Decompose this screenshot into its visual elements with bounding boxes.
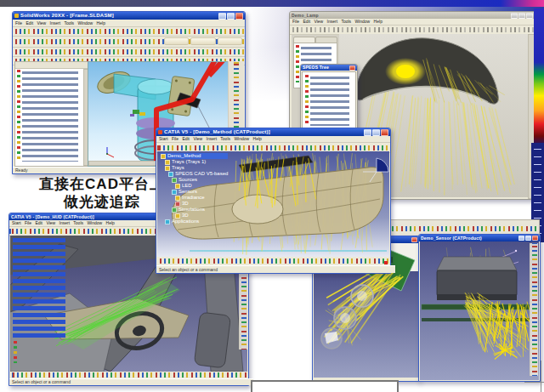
palette-title: SPEOS Tree — [303, 65, 348, 71]
speos-menu-bar[interactable]: File Edit View Insert Tools Window Help — [290, 19, 535, 26]
interior-selected-tree[interactable] — [13, 238, 65, 340]
slide: Demo_Lamp File Edit View Insert Tools Wi… — [0, 0, 544, 392]
palette-title-bar[interactable]: SPEOS Tree — [301, 65, 357, 71]
command-tab[interactable] — [218, 37, 242, 45]
interior-tree-icons — [14, 341, 17, 363]
solidworks-feature-tree[interactable] — [14, 61, 89, 167]
palette-close-button[interactable] — [349, 65, 355, 71]
duct-elbow-top — [138, 79, 173, 94]
interior-status-bar: Select an object or a command — [9, 378, 253, 385]
tree-item[interactable]: Sensors — [172, 189, 228, 195]
tree-item[interactable]: Applications — [165, 219, 228, 224]
catia-spec-tree[interactable]: Demo_Method Trays (Trays 1) Trays SPEOS … — [161, 153, 228, 224]
solidworks-view-toolbar[interactable] — [13, 48, 245, 57]
tree-item[interactable]: Trays (Trays 1) — [165, 159, 228, 165]
catia-title: CATIA V5 - [Demo_Method (CATProduct)] — [164, 128, 362, 136]
sensor-viewport[interactable] — [420, 241, 539, 380]
minimize-button[interactable] — [218, 13, 226, 20]
palette-icon-column — [305, 75, 309, 126]
speos-window-buttons — [511, 13, 533, 19]
seat — [194, 312, 230, 368]
sensor-window-buttons — [518, 236, 538, 241]
tree-row-labels — [22, 70, 78, 162]
tree-item[interactable]: Demo_Method — [161, 153, 228, 159]
close-button[interactable] — [411, 237, 417, 242]
maximize-button[interactable] — [227, 13, 235, 20]
tree-item[interactable]: Simulations — [172, 207, 228, 213]
housing-top — [437, 257, 517, 270]
catia-title-bar[interactable]: CATIA V5 - [Demo_Method (CATProduct)] — [156, 128, 390, 136]
maximize-button[interactable] — [372, 129, 380, 136]
sensor-title-bar[interactable]: Demo_Sensor (CATProduct) — [419, 235, 540, 241]
corner-mark-vertical — [541, 361, 541, 392]
solidworks-window-buttons — [218, 13, 243, 20]
catia-menu-bar[interactable]: Start File Edit View Insert Tools Window… — [156, 136, 390, 143]
speos-title: Demo_Lamp — [292, 12, 509, 19]
command-manager-buttons[interactable] — [164, 37, 242, 45]
housing-base — [437, 294, 517, 300]
tree-item[interactable]: Trays — [165, 165, 228, 171]
false-color-scale — [534, 9, 544, 143]
window-speos-palette[interactable]: SPEOS Tree — [300, 64, 358, 133]
palette-tree-panel[interactable] — [302, 71, 356, 131]
close-button[interactable] — [381, 129, 388, 136]
tree-item[interactable]: 3D — [175, 201, 228, 207]
tree-icon-column — [296, 45, 299, 82]
close-button[interactable] — [235, 13, 243, 20]
catia-axis-glyph — [384, 261, 388, 264]
tree-icon-column — [17, 70, 20, 162]
palette-row-labels — [310, 75, 349, 126]
close-button[interactable] — [532, 236, 538, 241]
sensor-title: Demo_Sensor (CATProduct) — [421, 235, 517, 241]
solidworks-title-bar[interactable]: SolidWorks 20XX - [Frame.SLDASM] — [13, 12, 245, 20]
corner-mark-horizontal — [524, 382, 544, 383]
tree-tab-header[interactable] — [15, 62, 88, 69]
window-catia-main[interactable]: CATIA V5 - [Demo_Method (CATProduct)] St… — [156, 128, 391, 274]
dome-hotspot-core — [396, 65, 415, 78]
command-tab[interactable] — [164, 37, 189, 45]
solidworks-menu-bar[interactable]: File Edit View Insert Tools Window Help — [13, 20, 245, 27]
tree-item[interactable]: Irradiance — [175, 195, 228, 201]
catia-app-icon — [158, 130, 162, 134]
minimize-button[interactable] — [511, 13, 518, 19]
housing-front — [437, 270, 517, 296]
minimize-button[interactable] — [364, 129, 371, 136]
speos-title-bar[interactable]: Demo_Lamp — [290, 12, 535, 19]
window-sensor[interactable]: Demo_Sensor (CATProduct) — [418, 234, 541, 382]
close-button[interactable] — [526, 13, 533, 19]
catia-status-bar: Select an object or a command — [156, 265, 395, 273]
tree-item[interactable]: 3D — [175, 213, 228, 219]
sensor-right-toolbar[interactable] — [530, 243, 538, 376]
solidworks-title: SolidWorks 20XX - [Frame.SLDASM] — [20, 12, 217, 20]
command-tab[interactable] — [190, 37, 215, 45]
solidworks-app-icon — [14, 14, 19, 18]
catia-viewport[interactable]: Demo_Method Trays (Trays 1) Trays SPEOS … — [157, 151, 389, 258]
tree-item[interactable]: Sources — [172, 177, 228, 183]
catia-window-buttons — [364, 129, 388, 136]
tree-item[interactable]: LED — [175, 183, 228, 189]
maximize-button[interactable] — [525, 236, 531, 241]
origin-triad — [106, 147, 114, 157]
tree-item[interactable]: SPEOS CAD V5-based — [168, 171, 228, 177]
slide-top-bar — [0, 0, 544, 7]
maximize-button[interactable] — [518, 13, 525, 19]
solidworks-feature-toolbar[interactable] — [13, 37, 245, 48]
minimize-button[interactable] — [518, 236, 524, 241]
sensor-viewport-art — [420, 241, 530, 380]
callout-box — [251, 380, 399, 392]
solidworks-standard-toolbar[interactable] — [13, 27, 245, 37]
